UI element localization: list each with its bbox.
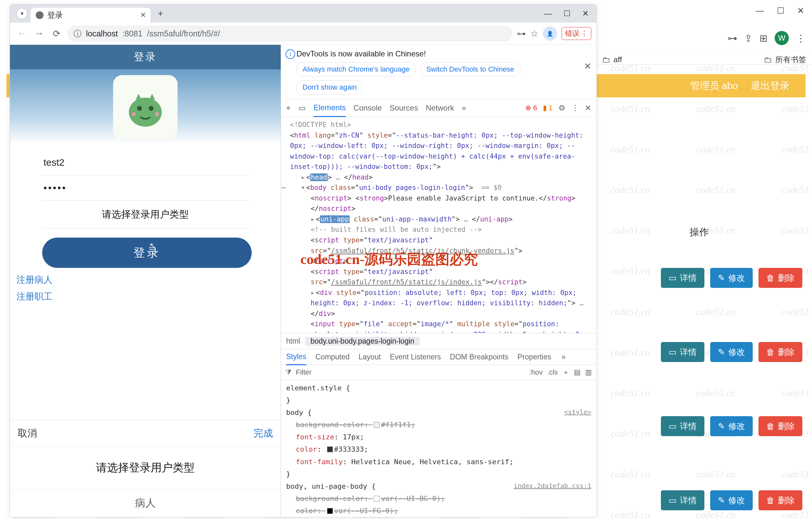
extensions-icon[interactable]: ⊞ [759, 32, 767, 44]
filter-input[interactable]: Filter [296, 368, 312, 377]
all-bookmarks[interactable]: 🗀 所有书签 [764, 54, 806, 65]
head-line[interactable]: ▸<head> … </head> [284, 172, 593, 183]
site-info-icon[interactable]: ⓘ [74, 28, 82, 39]
bg-min-icon[interactable]: — [756, 6, 764, 16]
rule-source[interactable]: <style> [564, 407, 591, 417]
styles-pane-icon[interactable]: ▥ [585, 368, 592, 377]
bg-max-icon[interactable]: ☐ [777, 6, 784, 16]
password-key-icon[interactable]: ⊶ [517, 28, 526, 39]
more-tabs-icon[interactable]: » [462, 104, 466, 112]
detail-button[interactable]: ▭详情 [661, 342, 704, 362]
detail-button[interactable]: ▭详情 [661, 416, 704, 436]
detail-button-icon: ▭ [669, 347, 677, 357]
browser-tab[interactable]: 登录 ✕ [31, 8, 150, 23]
banner-message: DevTools is now available in Chinese! [296, 49, 591, 58]
tab-elements[interactable]: Elements [314, 103, 346, 117]
delete-button[interactable]: 🗑删除 [758, 342, 802, 362]
folder-icon: 🗀 [602, 55, 610, 65]
delete-button[interactable]: 🗑删除 [758, 490, 802, 510]
tab-close-icon[interactable]: ✕ [140, 11, 146, 19]
divabs-line[interactable]: ▸<div style="position: absolute; left: 0… [284, 288, 593, 319]
delete-button-icon: 🗑 [766, 347, 775, 357]
back-button[interactable]: ← [15, 28, 28, 39]
warning-count[interactable]: ▮ 1 [543, 104, 553, 112]
body-open-line[interactable]: ⋯▾<body class="uni-body pages-login-logi… [284, 183, 593, 193]
settings-icon[interactable]: ⚙ [558, 104, 566, 112]
user-type-select[interactable]: 请选择登录用户类型 [42, 201, 249, 228]
new-tab-button[interactable]: + [154, 7, 167, 20]
pill-switch-chinese[interactable]: Switch DevTools to Chinese [420, 62, 520, 76]
styles-rules[interactable]: element.style { } <style>body { backgrou… [281, 380, 597, 517]
picker-cancel-button[interactable]: 取消 [18, 427, 37, 440]
subtab-more-icon[interactable]: » [562, 353, 566, 361]
error-indicator[interactable]: 错误 ⋮ [562, 27, 591, 40]
detail-button[interactable]: ▭详情 [661, 490, 704, 510]
bookmark-star-icon[interactable]: ☆ [530, 28, 539, 39]
banner-close-icon[interactable]: ✕ [584, 61, 591, 72]
bookmark-folder-aff[interactable]: 🗀 aff [602, 55, 622, 65]
maximize-icon[interactable]: ☐ [563, 9, 571, 18]
inspect-icon[interactable]: ⌖ [286, 104, 291, 112]
cls-toggle[interactable]: .cls [547, 368, 558, 377]
edit-button[interactable]: ✎修改 [710, 490, 753, 510]
subtab-dom-breakpoints[interactable]: DOM Breakpoints [450, 353, 509, 361]
url-input[interactable]: ⓘ localhost:8081/ssm5aful/front/h5/#/ [67, 25, 512, 42]
script2-line: <script type="text/javascript" src="/ssm… [284, 267, 593, 288]
bg-close-icon[interactable]: ✕ [797, 6, 804, 16]
key-icon[interactable]: ⊶ [728, 32, 737, 44]
menu-dots-icon: ⋮ [581, 29, 588, 38]
subtab-event-listeners[interactable]: Event Listeners [390, 353, 441, 361]
delete-button[interactable]: 🗑删除 [758, 416, 802, 436]
password-input[interactable]: ••••• [42, 175, 249, 201]
device-toggle-icon[interactable]: ▭ [298, 104, 306, 112]
menu-icon[interactable]: ⋮ [796, 32, 806, 44]
close-icon[interactable]: ✕ [582, 9, 589, 18]
watermark-overlay: code51.cn-源码乐园盗图必究 [300, 252, 478, 267]
detail-button-icon: ▭ [669, 273, 677, 283]
mobile-preview: 登录 test2 ••••• [10, 45, 281, 517]
subtab-properties[interactable]: Properties [518, 353, 551, 361]
pill-dont-show[interactable]: Don't show again [296, 80, 363, 94]
edit-button[interactable]: ✎修改 [710, 268, 753, 288]
subtab-computed[interactable]: Computed [315, 353, 350, 361]
edit-button[interactable]: ✎修改 [710, 416, 753, 436]
new-style-icon[interactable]: ＋ [562, 367, 569, 377]
delete-button[interactable]: 🗑删除 [758, 268, 802, 288]
elements-tree[interactable]: <!DOCTYPE html> <html lang="zh-CN" style… [281, 117, 597, 333]
tab-console[interactable]: Console [353, 104, 382, 112]
devtools-close-icon[interactable]: ✕ [585, 104, 591, 112]
reload-button[interactable]: ⟳ [50, 28, 63, 39]
bookmark-folder-label: aff [613, 55, 622, 64]
minimize-icon[interactable]: — [544, 9, 552, 18]
pill-always-match[interactable]: Always match Chrome's language [296, 62, 416, 76]
tab-network[interactable]: Network [426, 104, 454, 112]
computed-panel-icon[interactable]: ▤ [574, 368, 581, 377]
breadcrumb[interactable]: html body.uni-body.pages-login-login [281, 333, 597, 349]
register-patient-link[interactable]: 注册病人 [17, 274, 276, 286]
error-count[interactable]: ⊗ 6 [525, 104, 537, 112]
devtools-menu-icon[interactable]: ⋮ [571, 104, 579, 112]
uniapp-line[interactable]: ▸<uni-app class="uni-app--maxwidth"> … <… [284, 214, 593, 225]
rule-source[interactable]: index.2da1efab.css:1 [514, 481, 591, 491]
username-input[interactable]: test2 [42, 150, 249, 175]
forward-button[interactable]: → [33, 28, 46, 39]
html-open-line: <html lang="zh-CN" style="--status-bar-h… [284, 130, 593, 172]
subtab-layout[interactable]: Layout [359, 353, 381, 361]
picker-option-patient[interactable]: 病人 [10, 489, 281, 517]
edit-button[interactable]: ✎修改 [710, 342, 753, 362]
login-button[interactable]: 登录 ↖ [42, 238, 252, 268]
detail-button[interactable]: ▭详情 [661, 268, 704, 288]
crumb-body[interactable]: body.uni-body.pages-login-login [305, 337, 419, 346]
share-icon[interactable]: ⇪ [744, 32, 752, 44]
profile-button[interactable]: 👤 [543, 26, 557, 40]
tab-search-button[interactable]: ▾ [17, 8, 27, 19]
subtab-styles[interactable]: Styles [286, 352, 307, 365]
logout-link[interactable]: 退出登录 [751, 79, 789, 92]
crumb-html[interactable]: html [281, 337, 305, 346]
hov-toggle[interactable]: :hov [529, 368, 543, 377]
register-staff-link[interactable]: 注册职工 [17, 291, 276, 303]
profile-avatar[interactable]: W [775, 31, 789, 45]
picker-done-button[interactable]: 完成 [254, 427, 273, 440]
tab-bar: ▾ 登录 ✕ + — ☐ ✕ [10, 4, 597, 23]
tab-sources[interactable]: Sources [389, 104, 418, 112]
